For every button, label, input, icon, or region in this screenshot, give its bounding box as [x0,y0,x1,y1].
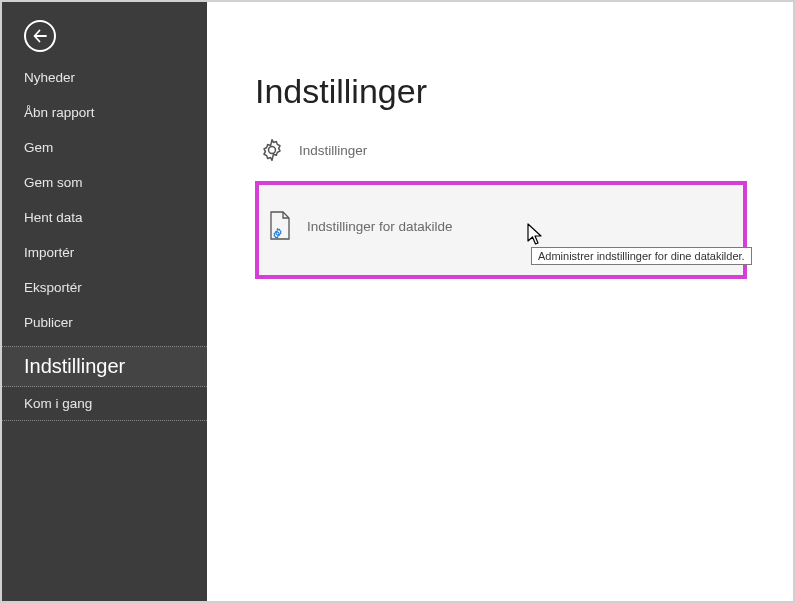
sidebar-item-label: Gem som [24,175,83,190]
sidebar-item-label: Eksportér [24,280,82,295]
option-datasource-highlight: Indstillinger for datakilde Administrer … [255,181,747,279]
back-button[interactable] [24,20,56,52]
file-gear-icon [267,211,307,241]
option-settings-label: Indstillinger [299,143,367,158]
sidebar-item-indstillinger[interactable]: Indstillinger [2,346,207,387]
gear-icon [259,137,299,163]
sidebar-item-importer[interactable]: Importér [2,235,207,270]
sidebar-item-hent-data[interactable]: Hent data [2,200,207,235]
sidebar-item-kom-i-gang[interactable]: Kom i gang [2,387,207,421]
sidebar-item-label: Publicer [24,315,73,330]
option-datasource[interactable]: Indstillinger for datakilde [263,211,739,241]
sidebar-item-label: Nyheder [24,70,75,85]
sidebar-item-gem[interactable]: Gem [2,130,207,165]
sidebar-item-label: Kom i gang [24,396,92,411]
sidebar-item-label: Gem [24,140,53,155]
tooltip-text: Administrer indstillinger for dine datak… [538,250,745,262]
sidebar-item-gem-som[interactable]: Gem som [2,165,207,200]
sidebar-item-label: Importér [24,245,74,260]
sidebar-item-publicer[interactable]: Publicer [2,305,207,340]
sidebar-item-label: Åbn rapport [24,105,95,120]
svg-point-0 [269,147,276,154]
main-panel: Indstillinger Indstillinger [207,2,795,601]
sidebar-item-nyheder[interactable]: Nyheder [2,60,207,95]
option-settings[interactable]: Indstillinger [255,129,747,171]
sidebar-item-label: Hent data [24,210,83,225]
sidebar: Nyheder Åbn rapport Gem Gem som Hent dat… [2,2,207,601]
arrow-left-icon [33,29,47,43]
page-title: Indstillinger [255,72,747,111]
tooltip: Administrer indstillinger for dine datak… [531,247,752,265]
sidebar-item-eksporter[interactable]: Eksportér [2,270,207,305]
option-datasource-label: Indstillinger for datakilde [307,219,453,234]
sidebar-item-label: Indstillinger [24,355,125,377]
sidebar-item-abn-rapport[interactable]: Åbn rapport [2,95,207,130]
